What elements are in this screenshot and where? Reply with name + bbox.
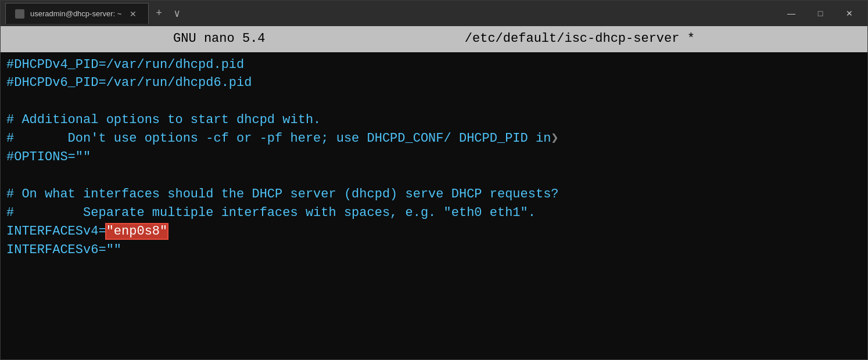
nano-version: GNU nano 5.4	[173, 31, 265, 46]
tab-dropdown-button[interactable]: ∨	[169, 5, 185, 22]
editor-line-3	[6, 92, 862, 111]
maximize-button[interactable]: □	[807, 4, 834, 23]
terminal-window: useradmin@dhcp-server: ~ ✕ + ∨ — □ ✕ GNU…	[0, 0, 868, 360]
editor-line-4: # Additional options to start dhcpd with…	[6, 111, 862, 129]
editor-line-1: #DHCPDv4_PID=/var/run/dhcpd.pid	[6, 56, 862, 74]
window-controls: — □ ✕	[778, 4, 863, 23]
tab-close-button[interactable]: ✕	[127, 8, 139, 20]
title-bar-left: useradmin@dhcp-server: ~ ✕ + ∨	[5, 3, 185, 24]
editor-line-5: # Don't use options -cf or -pf here; use…	[6, 129, 862, 148]
terminal-icon	[15, 9, 24, 19]
editor-line-2: #DHCPDv6_PID=/var/run/dhcpd6.pid	[6, 74, 862, 92]
editor-line-6: #OPTIONS=""	[6, 148, 862, 167]
tab-actions: + ∨	[151, 5, 185, 22]
title-bar: useradmin@dhcp-server: ~ ✕ + ∨ — □ ✕	[1, 1, 867, 26]
new-tab-button[interactable]: +	[151, 5, 167, 21]
terminal-tab[interactable]: useradmin@dhcp-server: ~ ✕	[5, 3, 149, 24]
editor-area[interactable]: #DHCPDv4_PID=/var/run/dhcpd.pid #DHCPDv6…	[1, 52, 867, 359]
tab-label: useradmin@dhcp-server: ~	[30, 9, 121, 18]
minimize-button[interactable]: —	[778, 4, 805, 23]
cursor-selection: "enp0s8"	[106, 224, 168, 239]
editor-line-10: INTERFACESv4="enp0s8"	[6, 222, 862, 241]
editor-line-8: # On what interfaces should the DHCP ser…	[6, 185, 862, 204]
nano-file-path: /etc/default/isc-dhcp-server *	[465, 31, 695, 46]
nano-header: GNU nano 5.4 /etc/default/isc-dhcp-serve…	[1, 26, 867, 52]
editor-line-7	[6, 167, 862, 185]
editor-line-11: INTERFACESv6=""	[6, 241, 862, 260]
editor-line-9: # Separate multiple interfaces with spac…	[6, 204, 862, 222]
window-close-button[interactable]: ✕	[836, 4, 863, 23]
